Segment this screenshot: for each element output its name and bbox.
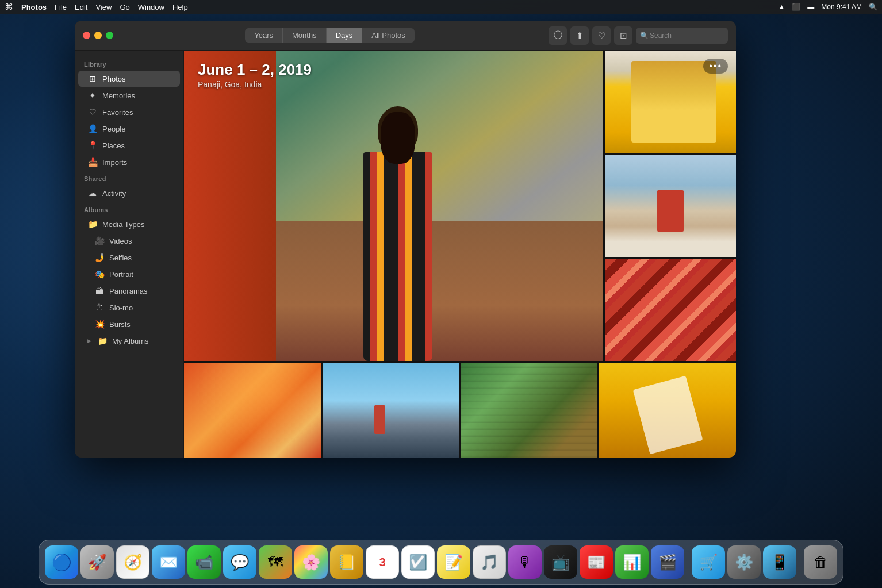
minimize-button[interactable] <box>94 32 102 39</box>
sidebar-item-panoramas[interactable]: 🏔 Panoramas <box>78 283 180 299</box>
sidebar-item-favorites[interactable]: ♡ Favorites <box>78 104 180 120</box>
panoramas-icon: 🏔 <box>94 286 105 296</box>
dock-icon-maps[interactable]: 🗺 <box>259 545 292 579</box>
activity-icon: ☁ <box>87 188 98 198</box>
battery-icon: ▬ <box>807 3 814 11</box>
sidebar-item-people[interactable]: 👤 People <box>78 121 180 137</box>
tab-years[interactable]: Years <box>245 28 283 43</box>
sidebar-item-places[interactable]: 📍 Places <box>78 137 180 153</box>
dock-icon-podcasts[interactable]: 🎙 <box>508 545 542 579</box>
sidebar: Library ⊞ Photos ✦ Memories ♡ Favorites … <box>75 51 184 458</box>
main-content-area: June 1 – 2, 2019 Panaji, Goa, India ••• <box>184 51 736 458</box>
sidebar-item-selfies[interactable]: 🤳 Selfies <box>78 249 180 266</box>
dock-icon-news[interactable]: 📰 <box>580 545 613 579</box>
media-types-icon: 📁 <box>87 219 98 229</box>
favorites-icon: ♡ <box>87 107 98 117</box>
tab-days[interactable]: Days <box>327 28 363 43</box>
dock-icon-finder[interactable]: 🔵 <box>45 545 78 579</box>
sidebar-item-videos[interactable]: 🎥 Videos <box>78 233 180 249</box>
photo-location-label: Panaji, Goa, India <box>198 80 312 89</box>
clock: Mon 9:41 AM <box>821 3 862 11</box>
sidebar-item-portrait[interactable]: 🎭 Portrait <box>78 266 180 282</box>
search-menubar-icon[interactable]: 🔍 <box>869 3 877 11</box>
memories-icon: ✦ <box>87 90 98 101</box>
app-menu-photos[interactable]: Photos <box>21 3 47 11</box>
dock-icon-appletv[interactable]: 📺 <box>544 545 577 579</box>
imports-icon: 📥 <box>87 157 98 167</box>
sidebar-item-my-albums[interactable]: ▶ 📁 My Albums <box>78 333 180 349</box>
view-mode-segmented-control: Years Months Days All Photos <box>245 28 415 43</box>
menu-window[interactable]: Window <box>138 3 164 11</box>
tab-all-photos[interactable]: All Photos <box>362 28 415 43</box>
dock-icon-numbers[interactable]: 📊 <box>615 545 649 579</box>
photo-cell-red-fabric[interactable] <box>605 259 736 361</box>
search-wrapper: 🔍 <box>636 28 728 44</box>
photo-cell-textile-hands[interactable] <box>461 363 598 458</box>
share-button[interactable]: ⬆ <box>570 26 589 45</box>
photo-cell-colorful-sari[interactable] <box>184 363 321 458</box>
favorite-button[interactable]: ♡ <box>592 26 611 45</box>
window-body: Library ⊞ Photos ✦ Memories ♡ Favorites … <box>75 51 736 458</box>
export-button[interactable]: ⊡ <box>614 26 632 45</box>
sidebar-item-media-types[interactable]: 📁 Media Types <box>78 216 180 232</box>
menu-go[interactable]: Go <box>120 3 129 11</box>
menubar: ⌘ Photos File Edit View Go Window Help ▲… <box>0 0 882 14</box>
dock-icon-messages[interactable]: 💬 <box>223 545 256 579</box>
dock-icon-keynote[interactable]: 🎬 <box>651 545 684 579</box>
my-albums-icon: 📁 <box>97 336 108 346</box>
dock-icon-calendar[interactable]: 3 <box>366 545 399 579</box>
dock-icon-system-preferences[interactable]: ⚙️ <box>727 545 761 579</box>
sidebar-item-activity[interactable]: ☁ Activity <box>78 185 180 201</box>
more-options-button[interactable]: ••• <box>703 59 728 74</box>
tab-months[interactable]: Months <box>283 28 327 43</box>
dock-divider-2 <box>800 548 800 577</box>
photo-cell-main[interactable] <box>184 51 603 361</box>
dock-icon-safari[interactable]: 🧭 <box>116 545 149 579</box>
people-icon: 👤 <box>87 124 98 134</box>
photo-right-column <box>605 51 736 361</box>
sidebar-item-memories[interactable]: ✦ Memories <box>78 87 180 103</box>
sidebar-item-slo-mo[interactable]: ⏱ Slo-mo <box>78 299 180 316</box>
photo-date-label: June 1 – 2, 2019 <box>198 61 312 79</box>
apple-menu[interactable]: ⌘ <box>5 2 13 12</box>
dock-icon-music[interactable]: 🎵 <box>473 545 506 579</box>
photo-cell-dancer-yellow[interactable] <box>599 363 736 458</box>
window-toolbar: Years Months Days All Photos ⓘ ⬆ ♡ ⊡ 🔍 <box>75 21 736 51</box>
sidebar-item-bursts[interactable]: 💥 Bursts <box>78 316 180 332</box>
menu-edit[interactable]: Edit <box>75 3 87 11</box>
dock-icon-screentime[interactable]: 📱 <box>763 545 796 579</box>
library-section-header: Library <box>75 56 183 70</box>
dock-icon-launchpad[interactable]: 🚀 <box>80 545 114 579</box>
dock-icon-trash[interactable]: 🗑 <box>804 545 837 579</box>
slomo-icon: ⏱ <box>94 302 105 313</box>
dock-divider <box>688 548 688 577</box>
close-button[interactable] <box>83 32 90 39</box>
wifi-icon: ▲ <box>778 3 785 11</box>
dock-icon-notes[interactable]: 📝 <box>437 545 470 579</box>
airplay-icon: ⬛ <box>792 3 800 11</box>
menu-file[interactable]: File <box>55 3 67 11</box>
dock-icon-reminders[interactable]: ☑️ <box>401 545 435 579</box>
selfies-icon: 🤳 <box>94 252 105 263</box>
sidebar-item-photos[interactable]: ⊞ Photos <box>78 71 180 87</box>
collapse-arrow-icon: ▶ <box>87 338 91 344</box>
photos-app-window: Years Months Days All Photos ⓘ ⬆ ♡ ⊡ 🔍 L… <box>75 21 736 458</box>
search-input[interactable] <box>636 28 728 44</box>
photo-cell-girl-rocks[interactable] <box>323 363 459 458</box>
menu-help[interactable]: Help <box>172 3 188 11</box>
dock-icon-photos[interactable]: 🌸 <box>294 545 328 579</box>
videos-icon: 🎥 <box>94 236 105 246</box>
fullscreen-button[interactable] <box>106 32 113 39</box>
dock-icon-notefile[interactable]: 📒 <box>330 545 363 579</box>
dock-icon-appstore[interactable]: 🛒 <box>692 545 725 579</box>
info-button[interactable]: ⓘ <box>549 26 567 45</box>
photos-icon: ⊞ <box>87 74 98 84</box>
photo-grid <box>184 51 736 458</box>
sidebar-item-imports[interactable]: 📥 Imports <box>78 154 180 170</box>
dock-icon-facetime[interactable]: 📹 <box>187 545 221 579</box>
photo-cell-red-sari-monument[interactable] <box>605 155 736 257</box>
photo-grid-header: June 1 – 2, 2019 Panaji, Goa, India <box>198 61 312 89</box>
shared-section-header: Shared <box>75 171 183 185</box>
menu-view[interactable]: View <box>95 3 112 11</box>
dock-icon-mail[interactable]: ✉️ <box>152 545 185 579</box>
